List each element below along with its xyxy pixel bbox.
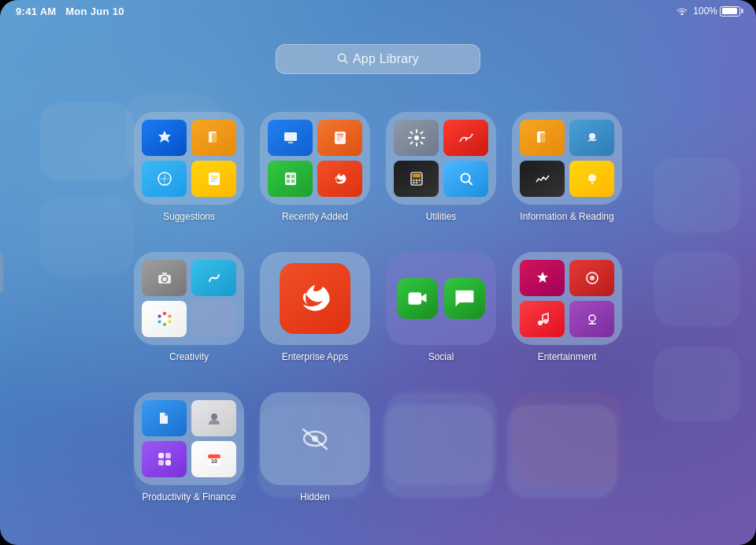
svg-rect-59	[165, 453, 171, 458]
svg-point-43	[161, 316, 168, 322]
icon-podcasts	[569, 301, 614, 337]
folder-label-utilities: Utilities	[426, 211, 457, 222]
icon-books	[191, 120, 236, 156]
svg-line-34	[469, 181, 472, 184]
folder-label-hidden: Hidden	[300, 491, 330, 502]
icon-calendar: 10	[191, 441, 236, 477]
icon-notes	[191, 161, 236, 197]
icon-tips	[569, 161, 614, 197]
folder-label-productivity: Productivity & Finance	[142, 491, 235, 502]
svg-point-47	[163, 323, 166, 326]
svg-point-44	[163, 312, 166, 315]
folder-info-reading[interactable]: Information & Reading	[512, 95, 622, 205]
icon-appstore	[142, 120, 187, 156]
folder-entertainment[interactable]: Entertainment	[512, 235, 622, 345]
svg-point-30	[413, 182, 414, 184]
icon-camera	[142, 260, 187, 296]
folder-label-social: Social	[428, 351, 454, 362]
status-bar: 9:41 AM Mon Jun 10 100%	[0, 0, 756, 22]
svg-rect-50	[409, 292, 422, 304]
svg-point-54	[543, 319, 548, 324]
time-display: 9:41 AM	[16, 6, 56, 17]
icon-music	[520, 301, 565, 337]
svg-rect-58	[158, 453, 164, 458]
ipad-screen: 9:41 AM Mon Jun 10 100%	[0, 0, 756, 545]
icon-calculator	[394, 161, 439, 197]
svg-point-45	[168, 315, 171, 318]
svg-rect-26	[413, 174, 421, 177]
folder-inner-enterprise	[260, 252, 370, 345]
battery-icon	[720, 6, 740, 17]
folder-label-creativity: Creativity	[169, 351, 209, 362]
bg-blur-1	[39, 102, 134, 181]
search-bar[interactable]: App Library	[276, 44, 480, 74]
folder-inner-utilities	[386, 112, 496, 205]
icon-shortcuts	[142, 441, 187, 477]
folder-productivity[interactable]: 10 Productivity & Finance	[134, 375, 244, 485]
folder-label-suggestions: Suggestions	[163, 211, 215, 222]
status-time: 9:41 AM Mon Jun 10	[16, 6, 124, 17]
bg-blur-3	[654, 158, 740, 232]
svg-rect-18	[285, 172, 296, 185]
folder-label-enterprise: Enterprise Apps	[282, 351, 349, 362]
svg-rect-42	[162, 272, 167, 275]
bg-blur-4	[654, 252, 740, 327]
svg-point-48	[158, 321, 161, 324]
folder-blurred-12	[512, 375, 622, 485]
icon-photobooth	[569, 260, 614, 296]
svg-point-49	[158, 315, 161, 318]
folder-suggestions[interactable]: Suggestions	[134, 95, 244, 205]
svg-rect-61	[165, 460, 171, 465]
folder-label-entertainment: Entertainment	[538, 351, 597, 362]
icon-pages	[317, 120, 362, 156]
folder-utilities[interactable]: Utilities	[386, 95, 496, 205]
icon-numbers	[268, 161, 313, 197]
folder-recently-added[interactable]: Recently Added	[260, 95, 370, 205]
svg-point-37	[589, 133, 595, 139]
folder-inner-recently-added	[260, 112, 370, 205]
folder-inner-info-reading	[512, 112, 622, 205]
icon-books-2	[520, 120, 565, 156]
icon-topstars	[520, 260, 565, 296]
icon-stocks	[520, 161, 565, 197]
svg-point-31	[416, 182, 417, 184]
icon-soundrecorder	[443, 120, 488, 156]
icon-magnifier	[443, 161, 488, 197]
svg-point-55	[589, 315, 595, 321]
folder-inner-entertainment	[512, 252, 622, 345]
svg-rect-36	[540, 133, 546, 143]
icon-photos	[142, 301, 187, 337]
folder-enterprise[interactable]: Enterprise Apps	[260, 235, 370, 345]
svg-rect-3	[212, 133, 217, 143]
side-button[interactable]	[0, 253, 3, 292]
icon-swift-large	[280, 263, 350, 334]
svg-point-28	[416, 180, 417, 181]
folder-blurred-11	[386, 375, 496, 485]
svg-rect-20	[291, 175, 295, 178]
svg-point-29	[418, 180, 420, 181]
folder-creativity[interactable]: Creativity	[134, 235, 244, 345]
date-display: Mon Jun 10	[65, 6, 124, 17]
battery-percent: 100%	[693, 6, 717, 17]
battery-fill	[722, 8, 738, 14]
folder-inner-social	[386, 252, 496, 345]
icon-messages	[444, 278, 485, 319]
folder-social[interactable]: Social	[386, 235, 496, 345]
folder-inner-productivity: 10	[134, 392, 244, 485]
icon-contacts	[191, 400, 236, 436]
svg-rect-21	[287, 180, 290, 183]
svg-point-53	[538, 321, 543, 325]
svg-point-38	[588, 174, 596, 182]
icon-settings	[394, 120, 439, 156]
folder-hidden[interactable]: Hidden	[260, 375, 370, 485]
icon-safari	[142, 161, 187, 197]
folder-label-info-reading: Information & Reading	[520, 211, 613, 222]
app-grid: Suggestions	[134, 95, 622, 501]
search-placeholder-text: App Library	[353, 52, 419, 66]
folder-label-recently-added: Recently Added	[282, 211, 348, 222]
svg-rect-19	[287, 175, 290, 178]
icon-keynote	[268, 120, 313, 156]
svg-rect-13	[288, 142, 293, 143]
status-right-icons: 100%	[676, 5, 740, 17]
wifi-icon	[676, 5, 688, 17]
